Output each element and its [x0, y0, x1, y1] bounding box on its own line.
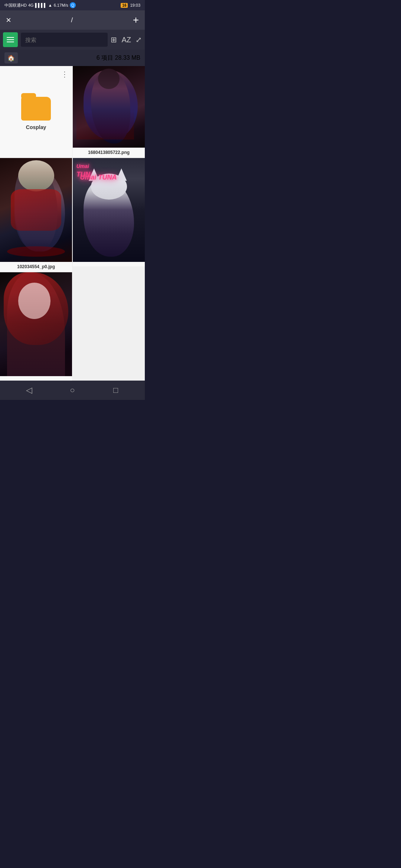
image-filename-3 — [73, 262, 145, 266]
top-bar: × / + — [0, 10, 145, 30]
folder-label: Cosplay — [26, 124, 46, 130]
menu-line-2 — [7, 39, 14, 40]
battery-indicator: 16 — [121, 3, 128, 8]
image-item-0[interactable]: 102034554_p0.jpg — [0, 158, 72, 272]
status-bar: 中国联通HD 4G ▌▌▌▌ ▲ 6.17M/s Q 16 19:03 — [0, 0, 145, 10]
carrier-text: 中国联通HD — [4, 3, 27, 8]
home-nav-button[interactable]: ○ — [63, 383, 82, 398]
image-preview-2 — [0, 272, 72, 376]
time-display: 19:03 — [130, 3, 140, 7]
add-button[interactable]: + — [133, 15, 139, 25]
recent-apps-button[interactable]: □ — [107, 383, 125, 398]
image-preview-1 — [73, 66, 145, 148]
battery-level: 16 — [122, 3, 126, 7]
item-count: 6 项目 — [97, 55, 113, 61]
image-preview-0 — [0, 158, 72, 262]
sort-icon[interactable]: AZ — [121, 36, 131, 44]
info-bar: 🏠 6 项目 28.33 MB — [0, 50, 145, 66]
wifi-icon: ▲ — [48, 3, 52, 7]
folder-item-cosplay[interactable]: ⋮ Cosplay — [0, 66, 72, 157]
home-button[interactable]: 🏠 — [4, 52, 18, 63]
toolbar: ⊞ AZ ⤢ — [0, 30, 145, 50]
menu-line-1 — [7, 37, 14, 38]
menu-line-3 — [7, 42, 14, 42]
image-item-2[interactable] — [0, 272, 72, 381]
more-options-button[interactable]: ⋮ — [61, 70, 68, 79]
back-button[interactable]: ◁ — [20, 383, 38, 398]
path-title: / — [71, 16, 73, 24]
image-preview-3: Umai TUNA — [73, 158, 145, 262]
file-info: 6 项目 28.33 MB — [97, 54, 140, 62]
total-size: 28.33 MB — [115, 55, 140, 61]
search-input[interactable] — [21, 33, 108, 47]
status-left: 中国联通HD 4G ▌▌▌▌ ▲ 6.17M/s Q — [4, 2, 76, 8]
image-item-1[interactable]: 1680413805722.png — [73, 66, 145, 157]
expand-icon[interactable]: ⤢ — [136, 35, 142, 44]
network-type: 4G — [28, 3, 34, 7]
app-indicator: Q — [70, 2, 76, 8]
signal-icon: ▌▌▌▌ — [35, 3, 47, 7]
image-filename-1: 1680413805722.png — [73, 148, 145, 157]
home-icon: 🏠 — [7, 55, 15, 62]
toolbar-icons: ⊞ AZ ⤢ — [111, 35, 142, 44]
image-item-3[interactable]: Umai TUNA — [73, 158, 145, 272]
speed-text: 6.17M/s — [54, 3, 68, 7]
status-right: 16 19:03 — [121, 3, 140, 8]
menu-button[interactable] — [3, 32, 18, 47]
folder-icon — [21, 97, 51, 121]
image-filename-0: 102034554_p0.jpg — [0, 262, 72, 272]
grid-view-icon[interactable]: ⊞ — [111, 35, 117, 44]
close-button[interactable]: × — [6, 15, 11, 25]
content-grid: ⋮ Cosplay 1680413805722.png 102034554_p0… — [0, 66, 145, 381]
image-filename-2 — [0, 376, 72, 381]
nav-bar: ◁ ○ □ — [0, 381, 145, 400]
